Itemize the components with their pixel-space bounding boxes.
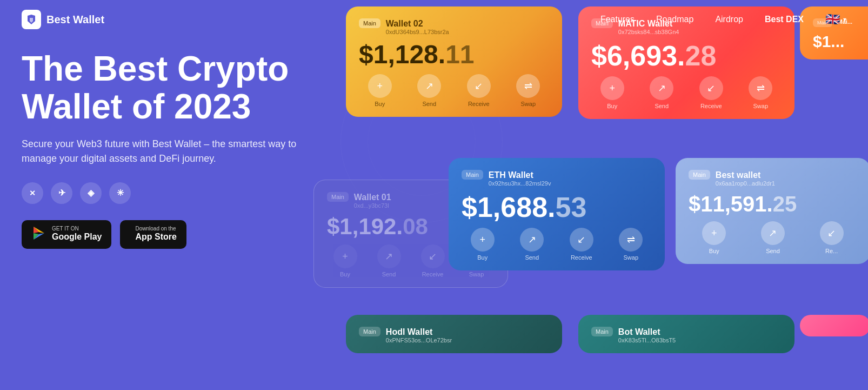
card-best-buy[interactable]: + Buy [702,221,726,254]
hero-left: The Best Crypto Wallet of 2023 Secure yo… [22,39,357,249]
card-eth-receive[interactable]: ↙ Receive [570,228,593,261]
receive-icon: ↙ [467,74,491,98]
app-store-text: Download on the App Store [135,226,176,243]
card-wallet02-actions: + Buy ↗ Send ↙ Receive ⇌ Swap [359,74,549,107]
send-icon: ↗ [761,221,785,245]
nav-roadmap[interactable]: Roadmap [656,15,693,24]
hero-subtitle: Secure your Web3 future with Best Wallet… [22,137,303,166]
card-best-receive[interactable]: ↙ Re... [820,221,844,254]
card-bot-badge: Main [591,327,613,336]
card-hodl-address: 0xPNFS53os...OLe72bsr [386,337,452,343]
card-eth-badge: Main [462,170,483,180]
card-best-actions: + Buy ↗ Send ↙ Re... [689,221,857,254]
card-wallet01-receive: ↙ Receive [421,244,445,277]
card-pink [800,315,868,336]
swap-icon: ⇌ [619,228,643,252]
card-bot-name: Bot Wallet [618,327,676,337]
nav-best-dex[interactable]: Best DEX [765,15,804,24]
send-icon: ↗ [417,74,441,98]
flag-icon: 🇬🇧 [825,12,840,27]
logo-text: Best Wallet [46,14,104,26]
navbar: Best Wallet Features Roadmap Airdrop Bes… [0,0,868,39]
card-eth: Main ETH Wallet 0x92hsu3hx...82msl29v $1… [449,158,665,270]
card-best: Main Best wallet 0x6aa1rop0...adlu2dr1 $… [676,158,868,264]
card-best-badge: Main [689,170,710,180]
card-wallet02-buy[interactable]: + Buy [368,74,392,107]
card-best-amount: $11,591.25 [689,193,857,215]
card-hodl-badge: Main [359,327,380,336]
card-eth-actions: + Buy ↗ Send ↙ Receive ⇌ Swap [462,228,652,261]
card-eth-send[interactable]: ↗ Send [520,228,544,261]
google-play-text: GET IT ON Google Play [52,226,102,243]
card-eth-header: Main ETH Wallet 0x92hsu3hx...82msl29v [462,170,652,187]
card-hodl: Main Hodl Wallet 0xPNFS53os...OLe72bsr [346,315,562,353]
card-best-address: 0x6aa1rop0...adlu2dr1 [716,180,775,187]
card-bot-address: 0xK83s5Tl...O83bsT5 [618,337,676,343]
card-hodl-header: Main Hodl Wallet 0xPNFS53os...OLe72bsr [359,327,549,343]
card-best-send[interactable]: ↗ Send [761,221,785,254]
card-matic-send[interactable]: ↗ Send [650,76,673,109]
buy-icon: + [471,228,495,252]
card-eth-buy[interactable]: + Buy [471,228,495,261]
card-eth-name: ETH Wallet [489,170,551,180]
nav-features[interactable]: Features [600,15,635,24]
receive-icon: ↙ [570,228,593,252]
twitter-icon[interactable]: ✕ [22,182,43,204]
google-play-button[interactable]: GET IT ON Google Play [22,220,111,249]
send-icon: ↗ [650,76,673,100]
google-play-icon [31,226,46,243]
send-icon: ↗ [520,228,544,252]
card-wallet02-send[interactable]: ↗ Send [417,74,441,107]
card-matic-buy[interactable]: + Buy [600,76,624,109]
app-store-button[interactable]: Download on the App Store [120,220,186,249]
chevron-down-icon: ▾ [843,16,846,23]
social-icons: ✕ ✈ ◈ ✳ [22,182,357,204]
card-matic-swap[interactable]: ⇌ Swap [749,76,772,109]
logo-icon [22,10,41,29]
card-eth-swap[interactable]: ⇌ Swap [619,228,643,261]
receive-icon: ↙ [820,221,844,245]
card-bot: Main Bot Wallet 0xK83s5Tl...O83bsT5 [578,315,794,353]
telegram-icon[interactable]: ✈ [51,182,72,204]
card-matic-amount: $6,693.28 [591,42,782,70]
logo[interactable]: Best Wallet [22,10,104,29]
card-hodl-name: Hodl Wallet [386,327,452,337]
card-wallet02-amount: $1,128.11 [359,42,549,68]
card-matic-actions: + Buy ↗ Send ↙ Receive ⇌ Swap [591,76,782,109]
card-best-header: Main Best wallet 0x6aa1rop0...adlu2dr1 [689,170,857,187]
nav-airdrop[interactable]: Airdrop [715,15,743,24]
card-wallet02-swap[interactable]: ⇌ Swap [516,74,540,107]
card-wallet01-send: ↗ Send [377,244,401,277]
hero-title: The Best Crypto Wallet of 2023 [22,50,357,126]
buy-icon: + [702,221,726,245]
card-wallet01-name: Wallet 01 [354,192,391,202]
card-matic-receive[interactable]: ↙ Receive [699,76,723,109]
hero-section: The Best Crypto Wallet of 2023 Secure yo… [0,39,868,249]
buy-icon: + [600,76,624,100]
card-wallet02-receive[interactable]: ↙ Receive [467,74,491,107]
receive-icon: ↙ [699,76,723,100]
card-bot-header: Main Bot Wallet 0xK83s5Tl...O83bsT5 [591,327,782,343]
nav-links: Features Roadmap Airdrop Best DEX 🇬🇧 ▾ [600,12,846,27]
swap-icon: ⇌ [516,74,540,98]
app-buttons: GET IT ON Google Play Download on the Ap… [22,220,357,249]
language-selector[interactable]: 🇬🇧 ▾ [825,12,846,27]
buy-icon: + [368,74,392,98]
card-eth-amount: $1,688.53 [462,193,652,221]
card-eth-address: 0x92hsu3hx...82msl29v [489,180,551,187]
swap-icon: ⇌ [749,76,772,100]
card-wallet01-buy: + Buy [333,244,357,277]
discord-icon[interactable]: ◈ [80,182,102,204]
cards-area: Main Wallet 02 0xdU364bs9...L73bsr2a $1,… [313,6,868,390]
card-best-name: Best wallet [716,170,775,180]
other-icon[interactable]: ✳ [109,182,131,204]
card-wallet01-address: 0xd...y3bc73l [354,202,391,209]
